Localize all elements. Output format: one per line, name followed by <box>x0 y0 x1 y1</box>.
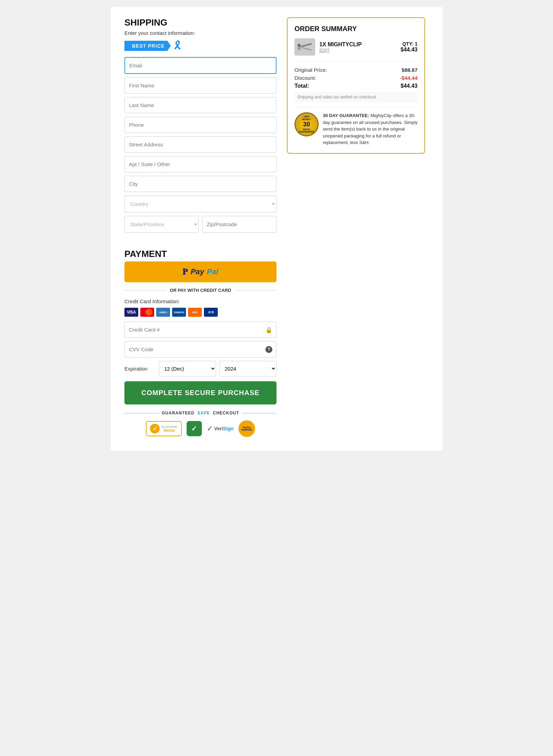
or-text: OR PAY WITH CREDIT CARD <box>170 288 231 293</box>
product-edit-link[interactable]: EDIT <box>319 48 396 53</box>
zip-input[interactable] <box>202 216 276 233</box>
email-input[interactable] <box>124 57 276 74</box>
apt-input[interactable] <box>124 156 276 172</box>
badge-outer: 100%MONEY 30 BACKGUARANTEE <box>294 112 319 136</box>
original-price-label: Original Price: <box>294 67 327 73</box>
or-divider: OR PAY WITH CREDIT CARD <box>124 288 276 293</box>
paypal-pal: Pal <box>207 267 218 276</box>
original-price-value: $88.87 <box>402 67 418 73</box>
safe-checkout-section: GUARANTEED SAFE CHECKOUT ✓ by Symantec <box>124 411 276 437</box>
order-summary-box: ORDER SUMMARY 1X MIGHTYCLIP EDIT <box>287 17 425 154</box>
state-select[interactable]: State/Province <box>124 216 199 233</box>
left-column: SHIPPING Enter your contact information:… <box>124 17 276 437</box>
order-summary-title: ORDER SUMMARY <box>294 25 418 33</box>
card-icons: VISA AMEX DINERS DISC JCB <box>124 308 276 317</box>
norton-text: by Symantec Norton <box>161 424 177 433</box>
ads-badge: ✓ <box>187 421 202 436</box>
verisign-check-icon: ✓ <box>207 424 213 433</box>
best-price-banner: BEST PRICE 🎗 <box>124 39 276 52</box>
safe-line-left <box>124 413 159 413</box>
visa-icon: VISA <box>124 308 138 317</box>
product-name: 1X MIGHTYCLIP <box>319 41 396 48</box>
discount-row: Discount: -$44.44 <box>294 75 418 81</box>
cvv-input[interactable] <box>124 341 276 357</box>
page-wrapper: SHIPPING Enter your contact information:… <box>111 7 442 451</box>
credit-card-field-wrapper: 🔒 <box>124 322 276 338</box>
paypal-verified-badge: PayPal VERIFIED <box>238 420 255 437</box>
expiration-label: Expiration <box>124 366 156 372</box>
right-column: ORDER SUMMARY 1X MIGHTYCLIP EDIT <box>287 17 425 154</box>
guaranteed-text: GUARANTEED <box>162 411 195 415</box>
discover-icon: DISC <box>188 308 202 317</box>
trust-badges: ✓ by Symantec Norton ✓ ✓ <box>124 420 276 437</box>
amex-icon: AMEX <box>156 308 170 317</box>
verisign-badge: ✓ VeriSign <box>207 424 234 433</box>
or-line-left <box>124 290 166 290</box>
jcb-icon: JCB <box>204 308 218 317</box>
guarantee-text: 30 DAY GUARANTEE: MightyClip offers a 30… <box>323 112 418 146</box>
or-line-right <box>235 290 276 290</box>
safe-divider: GUARANTEED SAFE CHECKOUT <box>124 411 276 415</box>
shipping-note: Shipping and sales tax settled on checko… <box>294 92 418 102</box>
checkout-text: CHECKOUT <box>213 411 239 415</box>
state-zip-row: State/Province <box>124 216 276 236</box>
product-image <box>294 38 315 56</box>
discount-value: -$44.44 <box>400 75 418 81</box>
norton-by: by Symantec <box>161 425 177 428</box>
safe-checkout-text: GUARANTEED SAFE CHECKOUT <box>162 411 239 415</box>
badge-money: 100%MONEY <box>302 115 311 121</box>
first-name-input[interactable] <box>124 77 276 94</box>
country-select[interactable]: Country <box>124 195 276 212</box>
help-icon: ? <box>265 346 272 353</box>
product-amount: $44.43 <box>401 47 418 53</box>
total-label: Total: <box>294 83 309 89</box>
svg-point-5 <box>298 44 300 47</box>
credit-card-label: Credit Card Information: <box>124 298 276 304</box>
svg-point-6 <box>298 47 300 50</box>
street-address-input[interactable] <box>124 136 276 153</box>
product-row: 1X MIGHTYCLIP EDIT QTY: 1 $44.43 <box>294 38 418 61</box>
city-input[interactable] <box>124 176 276 192</box>
paypal-button[interactable]: 𝐏 PayPal <box>124 261 276 282</box>
guarantee-box: 100%MONEY 30 BACKGUARANTEE 30 DAY GUARAN… <box>294 107 418 146</box>
total-value: $44.43 <box>401 83 418 89</box>
badge-days: 30 <box>303 121 310 128</box>
product-info: 1X MIGHTYCLIP EDIT <box>319 41 396 53</box>
ribbon-icon: 🎗 <box>172 39 183 52</box>
product-qty: QTY: 1 <box>401 41 418 47</box>
expiration-year-select[interactable]: 2024 2025 2026 2027 2028 <box>219 361 276 376</box>
shipping-subtitle: Enter your contact information: <box>124 30 276 36</box>
total-row: Total: $44.43 <box>294 83 418 89</box>
svg-point-2 <box>145 310 150 315</box>
paypal-icon: 𝐏 <box>182 267 188 277</box>
complete-purchase-button[interactable]: COMPLETE SECURE PURCHASE <box>124 381 276 404</box>
paypal-verified-icon: PayPal VERIFIED <box>238 420 255 437</box>
phone-input[interactable] <box>124 117 276 133</box>
shipping-title: SHIPPING <box>124 17 276 28</box>
diners-icon: DINERS <box>172 308 186 317</box>
product-price-block: QTY: 1 $44.43 <box>401 41 418 53</box>
expiration-month-select[interactable]: 12 (Dec) 1 (Jan) 2 (Feb) 3 (Mar) 4 (Apr)… <box>159 361 216 376</box>
main-layout: SHIPPING Enter your contact information:… <box>124 17 429 437</box>
paypal-label: Pay <box>190 267 204 276</box>
credit-card-input[interactable] <box>124 322 276 338</box>
guarantee-title: 30 DAY GUARANTEE: <box>323 113 369 118</box>
mastercard-icon <box>140 308 154 317</box>
ads-check-icon: ✓ <box>187 421 202 436</box>
discount-label: Discount: <box>294 75 316 81</box>
badge-back: BACKGUARANTEE <box>299 128 314 133</box>
guarantee-badge: 100%MONEY 30 BACKGUARANTEE <box>294 112 319 136</box>
expiration-row: Expiration 12 (Dec) 1 (Jan) 2 (Feb) 3 (M… <box>124 361 276 376</box>
best-price-ribbon: BEST PRICE <box>124 41 171 51</box>
product-svg <box>296 40 313 54</box>
verisign-text: VeriSign <box>214 426 234 431</box>
shipping-section: SHIPPING Enter your contact information:… <box>124 17 276 236</box>
safe-line-right <box>242 413 276 413</box>
payment-section: PAYMENT 𝐏 PayPal OR PAY WITH CREDIT CARD… <box>124 249 276 437</box>
last-name-input[interactable] <box>124 97 276 113</box>
cvv-field-wrapper: ? <box>124 341 276 357</box>
payment-title: PAYMENT <box>124 249 276 259</box>
safe-word: SAFE <box>197 411 210 415</box>
norton-badge: ✓ by Symantec Norton <box>146 421 181 436</box>
norton-check-icon: ✓ <box>150 424 160 433</box>
